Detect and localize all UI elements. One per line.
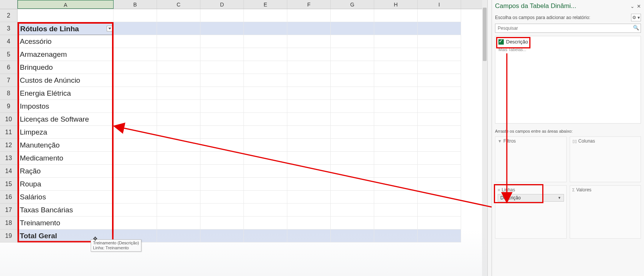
- row-header[interactable]: 12: [0, 139, 18, 152]
- cell[interactable]: [244, 191, 287, 204]
- cell[interactable]: [18, 9, 114, 22]
- row-header[interactable]: 14: [0, 165, 18, 178]
- cell[interactable]: Salários: [18, 191, 114, 204]
- cell[interactable]: [114, 100, 157, 113]
- cell[interactable]: [157, 61, 200, 74]
- cell[interactable]: [374, 152, 418, 165]
- cell[interactable]: [200, 61, 244, 74]
- cell[interactable]: Custos de Anúncio: [18, 74, 114, 87]
- cell[interactable]: [374, 165, 418, 178]
- cell[interactable]: [374, 191, 418, 204]
- cell[interactable]: Manutenção: [18, 139, 114, 152]
- cell[interactable]: [244, 113, 287, 126]
- col-header-E[interactable]: E: [244, 0, 287, 9]
- row-header[interactable]: 11: [0, 126, 18, 139]
- cell[interactable]: [200, 229, 244, 242]
- row-header[interactable]: 6: [0, 61, 18, 74]
- cell[interactable]: [374, 35, 418, 48]
- cell[interactable]: [244, 229, 287, 242]
- collapse-pane-icon[interactable]: ⌄: [630, 3, 634, 9]
- cell[interactable]: Ração: [18, 165, 114, 178]
- field-search-input[interactable]: [495, 24, 641, 33]
- cell[interactable]: [418, 178, 461, 191]
- col-header-A[interactable]: A: [18, 0, 114, 9]
- cell[interactable]: [287, 139, 331, 152]
- scrollbar-thumb[interactable]: [483, 8, 487, 61]
- cell[interactable]: [331, 191, 374, 204]
- cell[interactable]: [287, 152, 331, 165]
- cell[interactable]: Rótulos de Linha: [18, 22, 114, 35]
- row-header[interactable]: 15: [0, 178, 18, 191]
- cell[interactable]: [287, 61, 331, 74]
- cell[interactable]: [157, 139, 200, 152]
- cell[interactable]: [331, 113, 374, 126]
- cell[interactable]: [114, 74, 157, 87]
- cell[interactable]: [244, 9, 287, 22]
- cell[interactable]: [418, 9, 461, 22]
- cell[interactable]: [200, 113, 244, 126]
- cell[interactable]: Medicamento: [18, 152, 114, 165]
- cell[interactable]: [418, 152, 461, 165]
- cell[interactable]: [114, 178, 157, 191]
- row-header[interactable]: 13: [0, 152, 18, 165]
- cell[interactable]: [200, 152, 244, 165]
- cell[interactable]: [418, 22, 461, 35]
- area-colunas[interactable]: ▯▯Colunas: [570, 136, 641, 182]
- cell[interactable]: [331, 35, 374, 48]
- cell[interactable]: [114, 113, 157, 126]
- cell[interactable]: [287, 48, 331, 61]
- col-header-G[interactable]: G: [331, 0, 374, 9]
- cell[interactable]: [200, 165, 244, 178]
- row-header[interactable]: 7: [0, 74, 18, 87]
- field-descricao[interactable]: Descrição: [497, 38, 639, 46]
- cell[interactable]: Acessório: [18, 35, 114, 48]
- col-header-H[interactable]: H: [374, 0, 418, 9]
- cell[interactable]: [287, 9, 331, 22]
- cell[interactable]: [244, 178, 287, 191]
- cell[interactable]: [200, 126, 244, 139]
- cell[interactable]: [157, 178, 200, 191]
- select-all-corner[interactable]: [0, 0, 18, 9]
- cell[interactable]: [244, 100, 287, 113]
- cell[interactable]: [157, 217, 200, 229]
- row-header[interactable]: 10: [0, 113, 18, 126]
- cell[interactable]: [287, 35, 331, 48]
- cell[interactable]: [114, 139, 157, 152]
- cell[interactable]: [418, 87, 461, 100]
- cell[interactable]: [374, 139, 418, 152]
- cell[interactable]: Energia Elétrica: [18, 87, 114, 100]
- cell[interactable]: [374, 61, 418, 74]
- more-tables-link[interactable]: Mais Tabelas...: [497, 47, 639, 52]
- cell[interactable]: [287, 165, 331, 178]
- cell[interactable]: [287, 126, 331, 139]
- close-pane-icon[interactable]: ✕: [637, 3, 641, 9]
- cell[interactable]: [157, 48, 200, 61]
- cell[interactable]: [331, 217, 374, 229]
- cell[interactable]: [200, 22, 244, 35]
- cell[interactable]: [244, 61, 287, 74]
- cell[interactable]: Treinamento: [18, 217, 114, 229]
- cell[interactable]: [331, 204, 374, 217]
- cell[interactable]: [200, 139, 244, 152]
- cell[interactable]: [331, 152, 374, 165]
- cell[interactable]: [244, 165, 287, 178]
- cell[interactable]: [114, 9, 157, 22]
- cell[interactable]: [287, 204, 331, 217]
- cell[interactable]: [244, 217, 287, 229]
- cell[interactable]: [331, 74, 374, 87]
- cell[interactable]: [374, 229, 418, 242]
- cell[interactable]: [331, 9, 374, 22]
- cell[interactable]: [418, 74, 461, 87]
- row-header[interactable]: 3: [0, 22, 18, 35]
- cell[interactable]: [114, 35, 157, 48]
- cell[interactable]: [418, 217, 461, 229]
- row-header[interactable]: 19: [0, 229, 18, 242]
- cell[interactable]: [114, 152, 157, 165]
- cell[interactable]: [200, 35, 244, 48]
- cell[interactable]: [200, 178, 244, 191]
- cell[interactable]: [157, 126, 200, 139]
- cell[interactable]: [244, 126, 287, 139]
- cell[interactable]: [418, 191, 461, 204]
- cell[interactable]: [331, 100, 374, 113]
- checkbox-checked-icon[interactable]: [498, 39, 504, 45]
